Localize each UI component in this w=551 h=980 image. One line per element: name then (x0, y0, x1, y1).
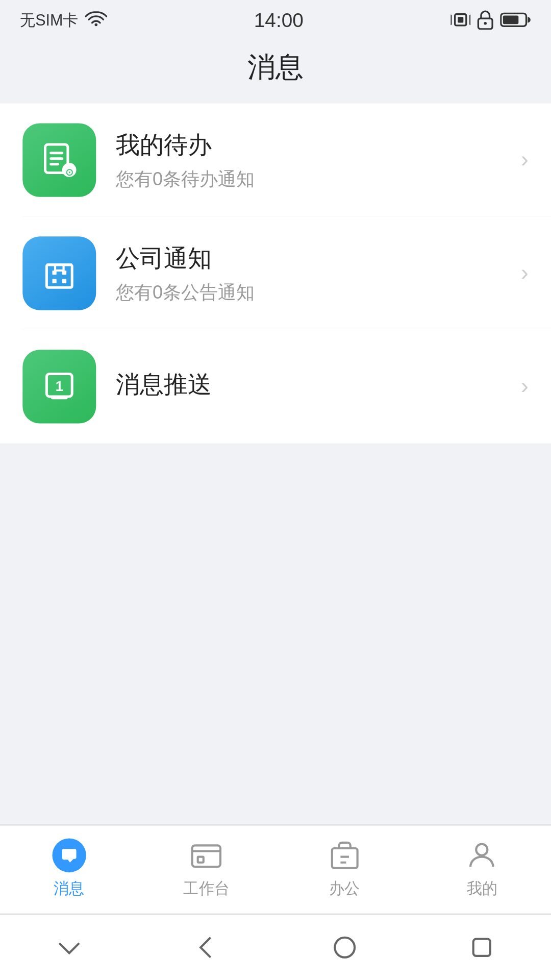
page-title: 消息 (247, 51, 304, 82)
todo-icon-bg: ⊙ (22, 123, 96, 197)
company-icon-bg (22, 236, 96, 310)
status-time: 14:00 (254, 9, 304, 31)
tab-message[interactable]: 消息 (0, 837, 138, 899)
svg-rect-33 (473, 939, 490, 956)
todo-subtitle: 您有0条待办通知 (116, 166, 521, 192)
page-header: 消息 (0, 37, 551, 103)
todo-text: 我的待办 您有0条待办通知 (116, 128, 521, 192)
todo-icon: ⊙ (40, 140, 80, 180)
nav-back-btn[interactable] (179, 926, 235, 969)
company-icon (40, 254, 80, 293)
status-bar: 无SIM卡 14:00 (0, 0, 551, 37)
svg-point-31 (477, 844, 488, 855)
android-nav-bar (0, 914, 551, 980)
svg-point-5 (484, 22, 487, 25)
list-item-push[interactable]: 1 消息推送 › (0, 330, 551, 443)
tab-bar: 消息 工作台 办公 (0, 824, 551, 914)
content-area: ⊙ 我的待办 您有0条待办通知 › (0, 104, 551, 824)
mine-tab-label: 我的 (467, 878, 498, 899)
office-tab-label: 办公 (329, 878, 360, 899)
workbench-tab-icon (188, 837, 225, 874)
nav-home-btn[interactable] (316, 926, 373, 969)
lock-icon (476, 10, 494, 30)
list-item-todo[interactable]: ⊙ 我的待办 您有0条待办通知 › (0, 104, 551, 217)
status-right (450, 10, 531, 30)
svg-rect-17 (52, 279, 56, 283)
svg-text:⊙: ⊙ (65, 166, 73, 178)
notice-text: 公司通知 您有0条公告通知 (116, 241, 521, 305)
message-tab-icon (51, 837, 87, 874)
message-tab-label: 消息 (54, 878, 85, 899)
wifi-icon (84, 11, 107, 28)
push-icon: 1 (40, 367, 80, 407)
nav-recent-btn[interactable] (454, 926, 511, 969)
vibrate-icon (450, 10, 470, 30)
status-left: 无SIM卡 (20, 9, 107, 31)
todo-title: 我的待办 (116, 128, 521, 161)
message-list: ⊙ 我的待办 您有0条待办通知 › (0, 104, 551, 444)
svg-point-32 (335, 938, 355, 958)
svg-rect-27 (198, 857, 204, 863)
tab-workbench[interactable]: 工作台 (138, 837, 276, 899)
nav-down-btn[interactable] (41, 926, 97, 969)
todo-chevron: › (521, 148, 529, 173)
battery-icon (500, 11, 531, 28)
svg-rect-18 (62, 279, 66, 283)
svg-rect-1 (458, 17, 463, 22)
no-sim-text: 无SIM卡 (20, 9, 79, 31)
notice-subtitle: 您有0条公告通知 (116, 280, 521, 305)
tab-office[interactable]: 办公 (276, 837, 413, 899)
push-title: 消息推送 (116, 368, 521, 400)
svg-rect-25 (192, 845, 220, 867)
svg-rect-7 (503, 16, 518, 24)
workbench-tab-label: 工作台 (183, 878, 230, 899)
office-tab-icon (326, 837, 363, 874)
list-item-notice[interactable]: 公司通知 您有0条公告通知 › (0, 217, 551, 330)
notice-chevron: › (521, 261, 529, 286)
svg-rect-14 (46, 265, 72, 287)
tab-mine[interactable]: 我的 (413, 837, 551, 899)
notice-title: 公司通知 (116, 241, 521, 274)
push-icon-bg: 1 (22, 350, 96, 423)
mine-tab-icon (464, 837, 500, 874)
svg-rect-28 (332, 848, 357, 868)
push-chevron: › (521, 374, 529, 399)
svg-text:1: 1 (56, 378, 63, 394)
push-text: 消息推送 (116, 368, 521, 406)
